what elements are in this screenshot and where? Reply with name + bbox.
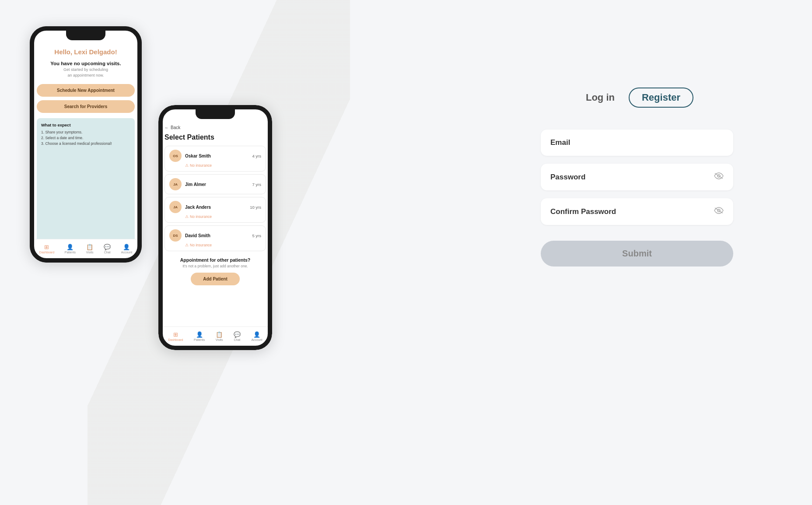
- visits-icon: 📋: [86, 244, 93, 250]
- password-label: Password: [550, 173, 585, 182]
- nav-account[interactable]: 👤 Account: [121, 244, 132, 254]
- patient-avatar-jim: JA: [169, 178, 182, 190]
- what-item-3: 3. Choose a licensed medical professiona…: [41, 141, 130, 146]
- patient-insurance-jack: ⚠ No insurance: [185, 214, 261, 219]
- add-patient-button[interactable]: Add Patient: [191, 273, 240, 285]
- patient-insurance-david: ⚠ No insurance: [185, 243, 261, 247]
- phone2-notch: [196, 109, 235, 119]
- p2-patients-icon: 👤: [196, 331, 203, 338]
- greeting-text: Hello, Lexi Delgado!: [37, 48, 135, 56]
- warning-icon-david: ⚠: [185, 243, 189, 247]
- patient-card-david[interactable]: DS David Smith 5 yrs ⚠ No insurance: [164, 225, 266, 251]
- auth-tabs: Log in Register: [581, 88, 693, 108]
- p2-account-icon: 👤: [253, 331, 260, 338]
- no-visits-title: You have no upcoming visits.: [37, 61, 135, 66]
- email-label: Email: [550, 138, 570, 147]
- nav-visits[interactable]: 📋 Visits: [86, 244, 94, 254]
- no-visits-section: You have no upcoming visits. Get started…: [37, 61, 135, 78]
- nav-chat[interactable]: 💬 Chat: [104, 244, 111, 254]
- p2-home-icon: ⊞: [173, 331, 178, 338]
- greeting-hello: Hello, Lexi: [54, 48, 89, 56]
- nav-patients[interactable]: 👤 Patients: [65, 244, 76, 254]
- phone2-nav-chat[interactable]: 💬 Chat: [234, 331, 241, 341]
- warning-icon-jack: ⚠: [185, 214, 189, 219]
- back-arrow-icon: ←: [164, 125, 169, 130]
- phone2-nav-visits[interactable]: 📋 Visits: [216, 331, 223, 341]
- patient-name-jack: Jack Anders: [185, 205, 246, 210]
- greeting-name: Delgado!: [89, 48, 117, 56]
- auth-panel: Log in Register Email Password Confirm P…: [462, 0, 812, 505]
- email-field-wrapper[interactable]: Email: [541, 130, 733, 156]
- what-to-expect-section: What to expect 1. Share your symptoms. 2…: [37, 118, 135, 259]
- p2-chat-icon: 💬: [234, 331, 241, 338]
- home-icon: ⊞: [44, 244, 49, 250]
- account-icon: 👤: [123, 244, 130, 250]
- what-item-1: 1. Share your symptoms.: [41, 130, 130, 134]
- phone2-navbar: ⊞ Dashboard 👤 Patients 📋 Visits 💬 Chat 👤…: [163, 326, 268, 346]
- greeting-section: Hello, Lexi Delgado!: [37, 48, 135, 56]
- confirm-password-field-wrapper[interactable]: Confirm Password: [541, 198, 733, 225]
- login-tab[interactable]: Log in: [581, 90, 620, 105]
- patient-avatar-david: DS: [169, 229, 182, 242]
- phone2-mockup: ← Back Select Patients OS Oskar Smith 4 …: [158, 105, 272, 350]
- patient-age-david: 5 yrs: [252, 233, 261, 238]
- add-question: Appointment for other patients?: [164, 257, 266, 263]
- patient-card-jack[interactable]: JA Jack Anders 10 yrs ⚠ No insurance: [164, 197, 266, 223]
- patient-name-oskar: Oskar Smith: [185, 154, 248, 158]
- what-item-2: 2. Select a date and time.: [41, 136, 130, 140]
- patient-card-oskar[interactable]: OS Oskar Smith 4 yrs ⚠ No insurance: [164, 146, 266, 172]
- submit-button[interactable]: Submit: [541, 241, 733, 267]
- patient-name-jim: Jim Almer: [185, 182, 248, 187]
- patient-age-jim: 7 yrs: [252, 182, 261, 187]
- patient-age-oskar: 4 yrs: [252, 154, 261, 158]
- chat-icon: 💬: [104, 244, 111, 250]
- what-list: 1. Share your symptoms. 2. Select a date…: [41, 130, 130, 146]
- back-label: Back: [171, 125, 180, 130]
- p2-visits-icon: 📋: [216, 331, 223, 338]
- confirm-password-label: Confirm Password: [550, 207, 616, 216]
- what-title: What to expect: [41, 123, 130, 127]
- phone2-nav-dashboard[interactable]: ⊞ Dashboard: [168, 331, 183, 341]
- patient-avatar-jack: JA: [169, 201, 182, 213]
- password-toggle-icon[interactable]: [714, 172, 724, 182]
- patient-age-jack: 10 yrs: [250, 205, 261, 210]
- phone2-nav-patients[interactable]: 👤 Patients: [194, 331, 205, 341]
- patient-insurance-oskar: ⚠ No insurance: [185, 163, 261, 168]
- register-form: Email Password Confirm Password: [541, 130, 733, 267]
- patient-card-jim[interactable]: JA Jim Almer 7 yrs: [164, 174, 266, 194]
- phone1-navbar: ⊞ Dashboard 👤 Patients 📋 Visits 💬 Chat 👤…: [34, 239, 137, 258]
- search-providers-button[interactable]: Search for Providers: [37, 100, 135, 113]
- register-tab[interactable]: Register: [629, 88, 693, 108]
- patient-avatar-oskar: OS: [169, 150, 182, 162]
- phone2-nav-account[interactable]: 👤 Account: [251, 331, 262, 341]
- patients-icon: 👤: [66, 244, 74, 250]
- back-button[interactable]: ← Back: [164, 125, 266, 130]
- phone1-notch: [66, 31, 105, 40]
- confirm-password-toggle-icon[interactable]: [714, 207, 724, 216]
- password-field-wrapper[interactable]: Password: [541, 164, 733, 190]
- select-patients-title: Select Patients: [164, 133, 266, 141]
- nav-dashboard[interactable]: ⊞ Dashboard: [39, 244, 54, 254]
- add-sub: It's not a problem, just add another one…: [164, 264, 266, 268]
- no-visits-sub: Get started by scheduling an appointment…: [37, 67, 135, 78]
- phone1-mockup: Hello, Lexi Delgado! You have no upcomin…: [30, 26, 142, 263]
- patient-name-david: David Smith: [185, 233, 248, 238]
- schedule-appointment-button[interactable]: Schedule New Appointment: [37, 84, 135, 97]
- warning-icon: ⚠: [185, 163, 189, 168]
